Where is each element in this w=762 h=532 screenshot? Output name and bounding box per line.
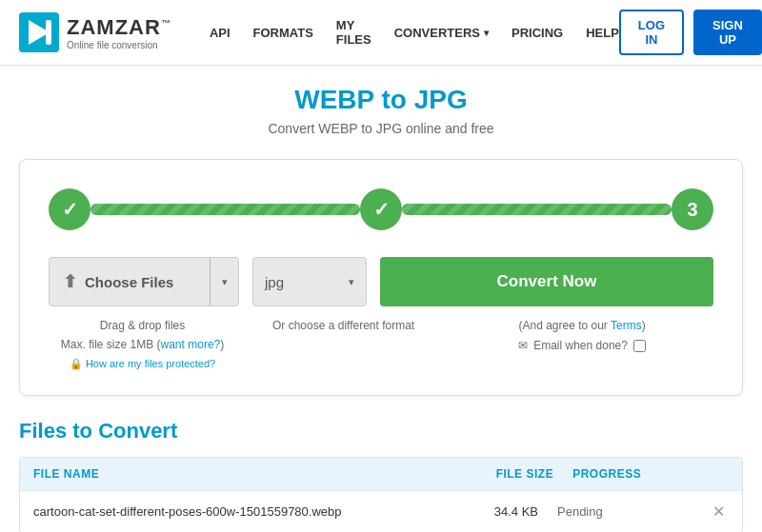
helper-col-files: Drag & drop files Max. file size 1MB (wa… — [49, 316, 236, 372]
files-title: Files to Convert — [19, 419, 743, 443]
helper-col-terms: (And agree to our Terms) ✉ Email when do… — [451, 316, 713, 372]
nav-pricing[interactable]: PRICING — [511, 26, 563, 40]
steps-container: 3 — [49, 188, 713, 230]
nav-help[interactable]: HELP — [586, 26, 619, 40]
svg-rect-2 — [46, 20, 51, 45]
cell-filesize: 34.4 KB — [412, 504, 558, 519]
format-select[interactable]: jpg ▾ — [252, 257, 367, 306]
step-line-2 — [402, 204, 672, 215]
step-3: 3 — [672, 188, 713, 230]
files-section: Files to Convert FILE NAME FILE SIZE PRO… — [19, 419, 743, 532]
nav-converters[interactable]: CONVERTERS ▾ — [394, 26, 489, 40]
files-protected-link[interactable]: How are my files protected? — [86, 358, 215, 369]
files-table-header: FILE NAME FILE SIZE PROGRESS — [20, 458, 742, 490]
converters-dropdown-arrow: ▾ — [484, 28, 489, 38]
page-title: WEBP to JPG — [19, 85, 743, 115]
col-header-filesize: FILE SIZE — [424, 467, 573, 481]
conversion-card: 3 ⬆ Choose Files ▾ jpg ▾ Convert Now — [19, 159, 743, 396]
page-subtitle: Convert WEBP to JPG online and free — [19, 121, 743, 136]
site-header: ZAMZAR™ Online file conversion API FORMA… — [0, 0, 762, 66]
max-size-text: Max. file size 1MB (want more?) — [49, 335, 236, 354]
col-header-progress: PROGRESS — [572, 467, 729, 481]
format-label: jpg — [265, 274, 341, 290]
col-header-filename: FILE NAME — [33, 467, 424, 481]
nav-formats[interactable]: FORMATS — [253, 26, 313, 40]
drag-drop-text: Drag & drop files — [49, 316, 236, 335]
choose-format-text: Or choose a different format — [250, 316, 437, 335]
logo-tagline: Online file conversion — [67, 40, 171, 50]
choose-files-label: Choose Files — [85, 274, 173, 290]
upload-icon: ⬆ — [63, 271, 77, 292]
logo-icon — [19, 12, 59, 52]
nav-my-files[interactable]: MY FILES — [336, 18, 371, 47]
main-content: WEBP to JPG Convert WEBP to JPG online a… — [10, 66, 752, 532]
email-label: Email when done? — [533, 339, 628, 352]
logo-text: ZAMZAR™ Online file conversion — [67, 15, 171, 50]
header-actions: LOG IN SIGN UP — [619, 10, 762, 55]
email-checkbox[interactable] — [633, 340, 646, 352]
choose-files-button[interactable]: ⬆ Choose Files ▾ — [49, 257, 239, 306]
agree-text: (And agree to our Terms) — [451, 316, 713, 335]
nav-api[interactable]: API — [210, 26, 231, 40]
terms-link[interactable]: Terms — [611, 319, 642, 332]
cell-progress: Pending — [557, 504, 709, 519]
controls-row: ⬆ Choose Files ▾ jpg ▾ Convert Now — [49, 257, 713, 306]
logo[interactable]: ZAMZAR™ Online file conversion — [19, 12, 171, 52]
helper-row: Drag & drop files Max. file size 1MB (wa… — [49, 316, 713, 372]
login-button[interactable]: LOG IN — [619, 10, 684, 55]
step-1 — [49, 188, 90, 230]
helper-col-format: Or choose a different format — [250, 316, 437, 372]
format-dropdown-arrow: ▾ — [349, 276, 354, 288]
convert-now-button[interactable]: Convert Now — [380, 257, 713, 306]
cell-filename: cartoon-cat-set-different-poses-600w-150… — [33, 504, 412, 519]
want-more-link[interactable]: want more? — [161, 338, 221, 351]
step-line-1 — [90, 204, 360, 215]
step-2 — [360, 188, 402, 230]
main-nav: API FORMATS MY FILES CONVERTERS ▾ PRICIN… — [210, 18, 619, 47]
files-protected-text: 🔒 How are my files protected? — [49, 355, 236, 373]
email-icon: ✉ — [518, 339, 528, 352]
files-table: FILE NAME FILE SIZE PROGRESS cartoon-cat… — [19, 457, 743, 532]
email-when-done-row: ✉ Email when done? — [451, 339, 713, 352]
choose-files-dropdown-arrow[interactable]: ▾ — [210, 258, 238, 305]
signup-button[interactable]: SIGN UP — [693, 10, 762, 55]
table-row: cartoon-cat-set-different-poses-600w-150… — [20, 490, 742, 532]
remove-file-button[interactable]: ✕ — [709, 502, 729, 521]
logo-name: ZAMZAR™ — [67, 15, 171, 40]
